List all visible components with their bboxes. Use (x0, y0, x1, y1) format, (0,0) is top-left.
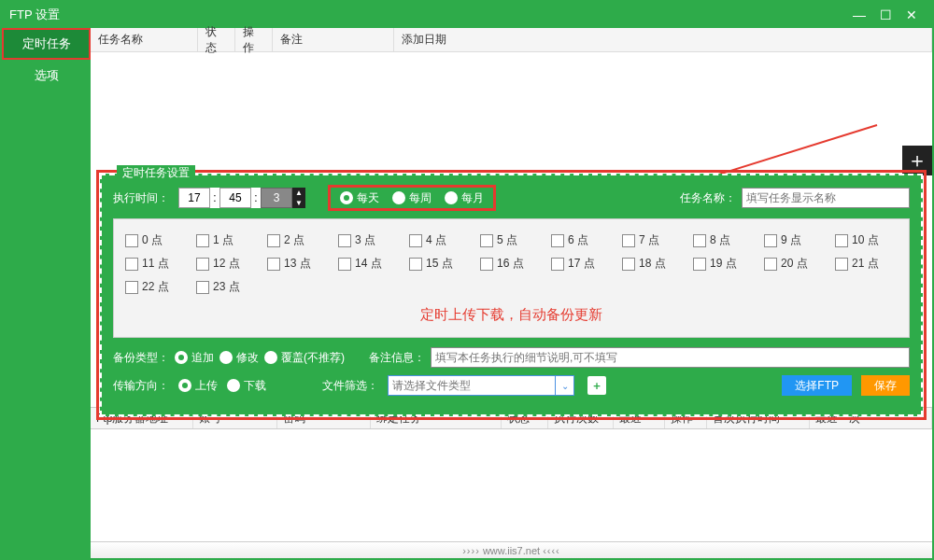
hour-checkbox-8[interactable]: 8 点 (693, 232, 747, 248)
hour-checkbox-3[interactable]: 3 点 (338, 232, 392, 248)
select-ftp-button[interactable]: 选择FTP (782, 375, 852, 396)
radio-upload[interactable]: 上传 (178, 378, 218, 394)
hour-checkbox-1[interactable]: 1 点 (196, 232, 250, 248)
promo-text: 定时上传下载，自动备份更新 (125, 306, 898, 324)
row-direction: 传输方向： 上传 下载 文件筛选： (113, 375, 910, 396)
checkbox-icon (764, 258, 777, 271)
radio-icon (227, 379, 240, 392)
checkbox-icon (409, 234, 422, 247)
radio-label: 每月 (461, 190, 484, 206)
footer-url: www.iis7.net (483, 545, 540, 556)
hour-checkbox-12[interactable]: 12 点 (196, 256, 250, 272)
close-button[interactable]: ✕ (899, 6, 925, 24)
hour-checkbox-9[interactable]: 9 点 (764, 232, 818, 248)
radio-weekly[interactable]: 每周 (392, 190, 432, 206)
hour-checkbox-16[interactable]: 16 点 (480, 256, 534, 272)
hour-checkbox-0[interactable]: 0 点 (125, 232, 179, 248)
hour-checkbox-21[interactable]: 21 点 (835, 256, 889, 272)
chevron-down-icon[interactable]: ⌄ (556, 375, 574, 396)
hour-label: 13 点 (284, 256, 311, 272)
checkbox-icon (267, 234, 280, 247)
remark-label: 备注信息： (369, 350, 425, 366)
maximize-button[interactable]: ☐ (872, 6, 899, 24)
second-input[interactable] (261, 188, 292, 208)
radio-daily[interactable]: 每天 (340, 190, 379, 206)
hour-checkbox-19[interactable]: 19 点 (693, 256, 747, 272)
hour-checkbox-6[interactable]: 6 点 (551, 232, 605, 248)
hour-checkbox-18[interactable]: 18 点 (622, 256, 676, 272)
hour-label: 6 点 (568, 232, 588, 248)
task-name-input[interactable] (742, 188, 910, 208)
hour-label: 22 点 (142, 279, 169, 295)
radio-icon (340, 191, 353, 204)
hour-checkbox-14[interactable]: 14 点 (338, 256, 392, 272)
col-op[interactable]: 操作 (235, 28, 273, 51)
window-title: FTP 设置 (9, 7, 846, 23)
radio-label: 下载 (244, 378, 266, 394)
checkbox-icon (267, 258, 280, 271)
radio-label: 每周 (409, 190, 432, 206)
sidebar-item-options[interactable]: 选项 (2, 60, 91, 91)
hour-checkbox-23[interactable]: 23 点 (196, 279, 250, 295)
radio-download[interactable]: 下载 (227, 378, 266, 394)
hour-checkbox-11[interactable]: 11 点 (125, 256, 179, 272)
hour-checkbox-10[interactable]: 10 点 (835, 232, 889, 248)
spinner-up-icon[interactable]: ▲ (292, 188, 305, 198)
footer: ›››› www.iis7.net ‹‹‹‹ (91, 541, 932, 558)
radio-monthly[interactable]: 每月 (445, 190, 484, 206)
file-type-input[interactable] (388, 375, 556, 396)
minute-input[interactable] (219, 188, 251, 208)
col-date[interactable]: 添加日期 (394, 28, 932, 51)
checkbox-icon (480, 234, 493, 247)
file-type-select[interactable]: ⌄ (388, 375, 574, 396)
footer-deco-right: ‹‹‹‹ (543, 545, 560, 556)
radio-overwrite[interactable]: 覆盖(不推荐) (264, 350, 345, 366)
sidebar-item-scheduled-tasks[interactable]: 定时任务 (2, 28, 91, 60)
panel-legend: 定时任务设置 (117, 165, 195, 181)
save-button[interactable]: 保存 (861, 375, 910, 396)
checkbox-icon (125, 234, 138, 247)
col-task-name[interactable]: 任务名称 (91, 28, 198, 51)
task-name-group: 任务名称： (680, 188, 910, 208)
hour-label: 14 点 (355, 256, 382, 272)
hour-label: 19 点 (710, 256, 737, 272)
radio-append[interactable]: 追加 (175, 350, 214, 366)
hour-checkbox-5[interactable]: 5 点 (480, 232, 534, 248)
checkbox-icon (693, 234, 706, 247)
radio-label: 覆盖(不推荐) (281, 350, 345, 366)
hour-input[interactable] (178, 188, 210, 208)
footer-deco-left: ›››› (462, 545, 480, 556)
remark-input[interactable] (431, 347, 910, 368)
spinner-down-icon[interactable]: ▼ (292, 198, 305, 208)
hour-checkbox-7[interactable]: 7 点 (622, 232, 676, 248)
hour-label: 21 点 (852, 256, 879, 272)
hour-checkbox-15[interactable]: 15 点 (409, 256, 463, 272)
radio-icon (178, 379, 191, 392)
settings-panel-wrap: 定时任务设置 执行时间： : : ▲ ▼ (100, 174, 923, 416)
add-task-button[interactable]: ＋ (902, 146, 932, 175)
app-window: FTP 设置 ― ☐ ✕ 定时任务 选项 任务名称 状态 操作 备注 添加日期 … (0, 0, 934, 560)
radio-modify[interactable]: 修改 (219, 350, 259, 366)
hour-checkbox-4[interactable]: 4 点 (409, 232, 463, 248)
checkbox-icon (125, 258, 138, 271)
add-file-type-button[interactable]: ＋ (587, 376, 606, 395)
checkbox-icon (338, 234, 351, 247)
radio-label: 每天 (357, 190, 379, 206)
radio-label: 上传 (195, 378, 218, 394)
radio-label: 追加 (191, 350, 214, 366)
hour-label: 10 点 (852, 232, 879, 248)
main-area: 任务名称 状态 操作 备注 添加日期 ＋ 定时任务设置 执行时间： (91, 28, 932, 558)
col-state[interactable]: 状态 (198, 28, 235, 51)
hour-checkbox-17[interactable]: 17 点 (551, 256, 605, 272)
hour-checkbox-2[interactable]: 2 点 (267, 232, 321, 248)
col-remark[interactable]: 备注 (273, 28, 394, 51)
hour-label: 4 点 (426, 232, 446, 248)
hour-checkbox-13[interactable]: 13 点 (267, 256, 321, 272)
time-sep-2: : (251, 191, 261, 204)
minimize-button[interactable]: ― (846, 6, 872, 24)
hour-checkbox-20[interactable]: 20 点 (764, 256, 818, 272)
direction-label: 传输方向： (113, 378, 169, 394)
hour-checkbox-22[interactable]: 22 点 (125, 279, 179, 295)
time-spinner[interactable]: ▲ ▼ (292, 188, 305, 208)
hour-label: 18 点 (639, 256, 666, 272)
